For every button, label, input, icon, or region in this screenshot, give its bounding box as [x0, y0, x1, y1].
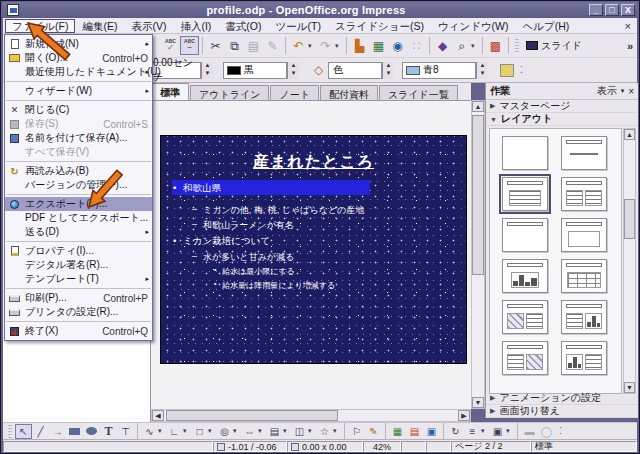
- format-paintbrush-icon[interactable]: ✎: [263, 36, 282, 55]
- layout-thumbnail-title-content[interactable]: [502, 177, 548, 211]
- menu-file[interactable]: ファイル(F): [5, 19, 75, 33]
- layout-scroll-up-icon[interactable]: ▲: [624, 129, 635, 140]
- line-tool-icon[interactable]: ╱: [32, 424, 49, 439]
- bullet-item[interactable]: 水が多いと甘みが減る: [161, 251, 294, 264]
- copy-icon[interactable]: ⧉: [225, 36, 244, 55]
- vertical-text-tool-icon[interactable]: ⊤: [117, 424, 134, 439]
- hyperlink-icon[interactable]: ◉: [388, 36, 407, 55]
- tab-slide-sorter[interactable]: スライド一覧: [379, 85, 458, 100]
- gallery-button-icon[interactable]: ▤: [406, 424, 423, 439]
- section-slide-transition[interactable]: ▶ 画面切り替え: [486, 405, 638, 418]
- menu-item-export-pdf[interactable]: PDF としてエクスポート...: [5, 211, 152, 225]
- media-icon[interactable]: ▣: [423, 424, 440, 439]
- undo-icon[interactable]: ↶: [289, 36, 308, 55]
- line-color-select[interactable]: 黒: [223, 62, 287, 79]
- view-menu-button[interactable]: 表示: [597, 84, 617, 98]
- status-zoom[interactable]: 42%: [363, 441, 401, 452]
- symbol-shapes-dropdown-icon[interactable]: ▾: [233, 422, 241, 441]
- close-document-icon[interactable]: ×: [625, 20, 631, 32]
- slide-title[interactable]: 産まれたところ: [161, 152, 466, 173]
- menu-item-open[interactable]: 開く(O)... Control+O: [5, 51, 152, 65]
- arrow-line-tool-icon[interactable]: →: [49, 424, 66, 439]
- gallery-icon[interactable]: ▩: [486, 36, 505, 55]
- curve-dropdown-icon[interactable]: ▾: [158, 422, 166, 441]
- ellipse-tool-icon[interactable]: [83, 424, 100, 439]
- extrusion-circle-icon[interactable]: ◯: [538, 424, 555, 439]
- navigator-icon[interactable]: ◆: [433, 36, 452, 55]
- fill-bucket-icon[interactable]: ◇: [309, 61, 328, 80]
- extrusion-toggle-icon[interactable]: ▬: [521, 424, 538, 439]
- menu-format[interactable]: 書式(O): [218, 19, 268, 33]
- menu-item-print[interactable]: 印刷(P)... Control+P: [5, 291, 152, 305]
- curve-tool-icon[interactable]: ∿: [141, 424, 158, 439]
- flowchart-dropdown-icon[interactable]: ▾: [283, 422, 291, 441]
- menu-item-export[interactable]: エクスポート(T)...: [5, 197, 152, 211]
- layout-thumbnail-chart-text[interactable]: [561, 341, 607, 375]
- menu-item-templates[interactable]: テンプレート(T) ▸: [5, 272, 152, 286]
- maximize-button[interactable]: □: [605, 4, 619, 16]
- layout-thumbnail-text-chart[interactable]: [561, 300, 607, 334]
- slide-canvas[interactable]: 産まれたところ 和歌山県 ミカンの他, 梅, 桃, じゃばらなどの産地 和歌山ラ…: [160, 135, 467, 364]
- edit-points-icon[interactable]: ⚐: [348, 424, 365, 439]
- arrange-icon[interactable]: ▣: [489, 424, 506, 439]
- menu-edit[interactable]: 編集(E): [75, 19, 124, 33]
- new-slide-icon[interactable]: [522, 36, 541, 55]
- menu-item-versions[interactable]: バージョンの管理(F)...: [5, 178, 152, 192]
- cut-icon[interactable]: ✂: [206, 36, 225, 55]
- new-slide-label[interactable]: スライド: [541, 39, 582, 53]
- menu-item-new[interactable]: 新規作成(N) ▸: [5, 37, 152, 51]
- tab-notes[interactable]: ノート: [270, 85, 318, 100]
- vertical-scrollbar[interactable]: ▲ ▼: [471, 100, 485, 409]
- stars-dropdown-icon[interactable]: ▾: [333, 422, 341, 441]
- paste-icon[interactable]: ▤: [244, 36, 263, 55]
- zoom-dropdown-icon[interactable]: ▾: [471, 36, 479, 55]
- menu-item-digital-signatures[interactable]: デジタル署名(R)...: [5, 258, 152, 272]
- rotate-icon[interactable]: ↻: [447, 424, 464, 439]
- layout-thumbnail-text-clipart[interactable]: [502, 341, 548, 375]
- layout-thumbnail-title-only[interactable]: [502, 218, 548, 252]
- tab-handout[interactable]: 配付資料: [320, 85, 378, 100]
- menu-item-send[interactable]: 送る(D) ▸: [5, 225, 152, 239]
- connector-tool-icon[interactable]: ∟: [166, 424, 183, 439]
- menu-item-printer-settings[interactable]: プリンタの設定(R)...: [5, 305, 152, 319]
- drawing-toolbar-handle[interactable]: [8, 425, 12, 438]
- fill-style-spinner[interactable]: ▲▼: [382, 62, 394, 79]
- view-menu-dropdown-icon[interactable]: ▾: [621, 87, 625, 95]
- drawbar-overflow-icon[interactable]: ⁚: [559, 426, 562, 436]
- menu-help[interactable]: ヘルプ(H): [516, 19, 577, 33]
- alignment-icon[interactable]: ≡: [464, 424, 481, 439]
- callouts-icon[interactable]: ◫: [291, 424, 308, 439]
- task-panel-close-icon[interactable]: ×: [628, 86, 634, 97]
- menu-item-properties[interactable]: プロパティ(I)...: [5, 244, 152, 258]
- select-tool-icon[interactable]: ↖: [15, 424, 32, 439]
- tab-normal[interactable]: 標準: [151, 83, 189, 100]
- shadow-toggle-icon[interactable]: [500, 64, 514, 77]
- menu-slideshow[interactable]: スライドショー(S): [328, 19, 431, 33]
- fill-style-select[interactable]: 色: [328, 62, 382, 79]
- tab-outline[interactable]: アウトライン: [190, 85, 269, 100]
- scroll-up-icon[interactable]: ▲: [472, 101, 484, 112]
- menu-item-exit[interactable]: 終了(X) Control+Q: [5, 324, 152, 338]
- vertical-scroll-thumb[interactable]: [472, 115, 484, 275]
- auto-spellcheck-icon[interactable]: ABC~: [180, 36, 199, 55]
- line-width-spinner[interactable]: ▲▼: [201, 62, 213, 79]
- menu-view[interactable]: 表示(V): [124, 19, 173, 33]
- bullet-item[interactable]: 和歌山県: [161, 182, 221, 195]
- menu-window[interactable]: ウィンドウ(W): [431, 19, 516, 33]
- scroll-left-icon[interactable]: ◀: [152, 410, 164, 421]
- block-arrows-dropdown-icon[interactable]: ▾: [258, 422, 266, 441]
- rectangle-tool-icon[interactable]: [66, 424, 83, 439]
- line-color-spinner[interactable]: ▲▼: [287, 62, 299, 79]
- close-button[interactable]: X: [621, 4, 635, 16]
- layout-thumbnail-clipart-text[interactable]: [502, 300, 548, 334]
- menu-tools[interactable]: ツール(T): [269, 19, 328, 33]
- menu-item-wizards[interactable]: ウィザード(W) ▸: [5, 84, 152, 98]
- insert-table-icon[interactable]: ▦: [369, 36, 388, 55]
- basic-shapes-dropdown-icon[interactable]: ▾: [208, 422, 216, 441]
- alignment-dropdown-icon[interactable]: ▾: [481, 422, 489, 441]
- menu-item-save-as[interactable]: 名前を付けて保存(A)...: [5, 131, 152, 145]
- symbol-shapes-icon[interactable]: ◎: [216, 424, 233, 439]
- scroll-right-icon[interactable]: ▶: [458, 410, 470, 421]
- text-tool-icon[interactable]: T: [100, 424, 117, 439]
- bullet-item[interactable]: 和歌山ラーメンが有名: [161, 219, 294, 232]
